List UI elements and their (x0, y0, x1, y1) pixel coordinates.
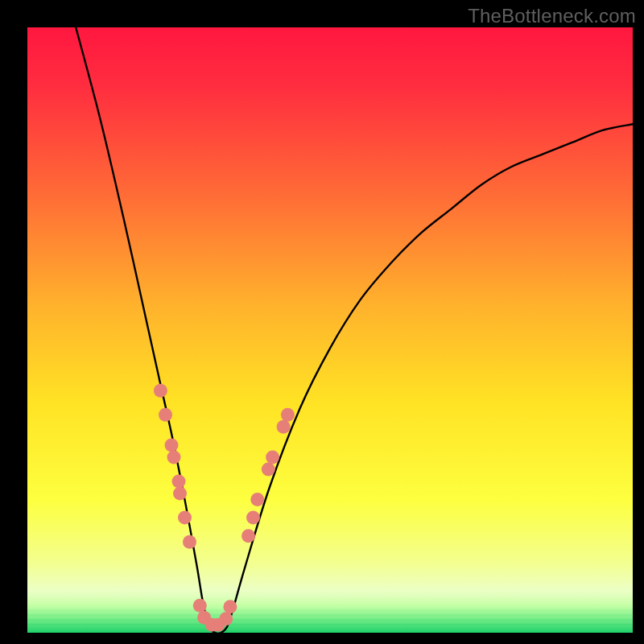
marker-dot (159, 408, 172, 422)
marker-dot (172, 475, 186, 489)
marker-dot (242, 529, 255, 543)
marker-dot (281, 408, 295, 422)
marker-dot (183, 535, 196, 549)
marker-dot (277, 420, 291, 434)
marker-dot (223, 600, 237, 613)
marker-dot (167, 450, 181, 464)
marker-dot (173, 487, 187, 501)
outer-frame: TheBottleneck.com (0, 0, 644, 644)
marker-dot (178, 511, 192, 525)
marker-dot (250, 493, 264, 506)
marker-dot (246, 511, 260, 525)
chart-svg (27, 27, 633, 633)
marker-dot (219, 612, 233, 625)
marker-dot (193, 599, 207, 613)
plot-area (27, 27, 633, 633)
marker-dot (165, 438, 179, 452)
watermark-text: TheBottleneck.com (468, 5, 636, 27)
marker-dot (154, 384, 167, 398)
gradient-background (27, 27, 633, 633)
marker-dot (262, 463, 275, 477)
marker-dot (266, 450, 279, 464)
